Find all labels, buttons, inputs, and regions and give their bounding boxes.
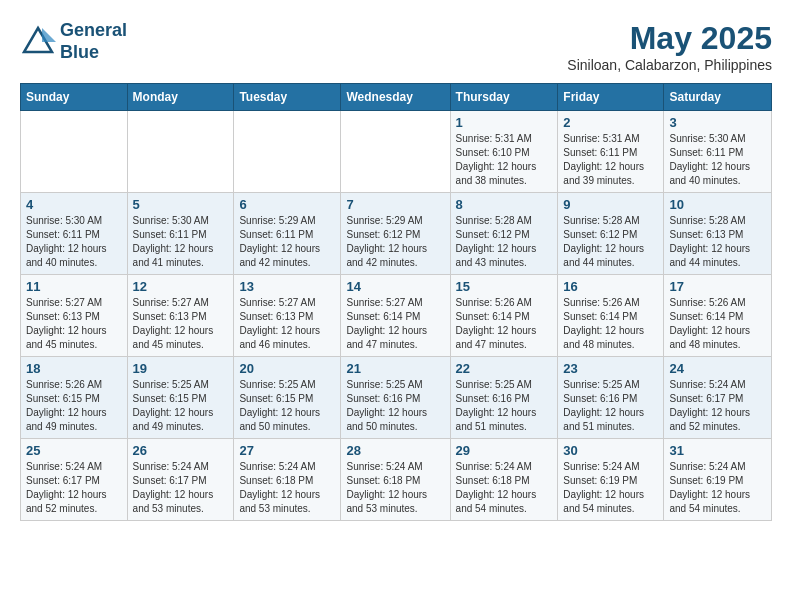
day-number: 2 xyxy=(563,115,658,130)
day-number: 20 xyxy=(239,361,335,376)
week-row-1: 4Sunrise: 5:30 AM Sunset: 6:11 PM Daylig… xyxy=(21,193,772,275)
day-number: 12 xyxy=(133,279,229,294)
day-cell: 14Sunrise: 5:27 AM Sunset: 6:14 PM Dayli… xyxy=(341,275,450,357)
header: General Blue May 2025 Siniloan, Calabarz… xyxy=(20,20,772,73)
day-cell: 17Sunrise: 5:26 AM Sunset: 6:14 PM Dayli… xyxy=(664,275,772,357)
day-cell: 25Sunrise: 5:24 AM Sunset: 6:17 PM Dayli… xyxy=(21,439,128,521)
day-cell: 12Sunrise: 5:27 AM Sunset: 6:13 PM Dayli… xyxy=(127,275,234,357)
day-info: Sunrise: 5:28 AM Sunset: 6:13 PM Dayligh… xyxy=(669,214,766,270)
day-number: 11 xyxy=(26,279,122,294)
day-cell xyxy=(127,111,234,193)
day-info: Sunrise: 5:26 AM Sunset: 6:14 PM Dayligh… xyxy=(669,296,766,352)
day-cell: 7Sunrise: 5:29 AM Sunset: 6:12 PM Daylig… xyxy=(341,193,450,275)
day-number: 16 xyxy=(563,279,658,294)
calendar-header-row: SundayMondayTuesdayWednesdayThursdayFrid… xyxy=(21,84,772,111)
day-cell: 16Sunrise: 5:26 AM Sunset: 6:14 PM Dayli… xyxy=(558,275,664,357)
header-friday: Friday xyxy=(558,84,664,111)
day-cell: 15Sunrise: 5:26 AM Sunset: 6:14 PM Dayli… xyxy=(450,275,558,357)
day-number: 21 xyxy=(346,361,444,376)
logo-icon xyxy=(20,24,56,60)
day-cell: 6Sunrise: 5:29 AM Sunset: 6:11 PM Daylig… xyxy=(234,193,341,275)
day-cell: 31Sunrise: 5:24 AM Sunset: 6:19 PM Dayli… xyxy=(664,439,772,521)
day-cell: 9Sunrise: 5:28 AM Sunset: 6:12 PM Daylig… xyxy=(558,193,664,275)
day-info: Sunrise: 5:24 AM Sunset: 6:18 PM Dayligh… xyxy=(456,460,553,516)
day-number: 7 xyxy=(346,197,444,212)
header-thursday: Thursday xyxy=(450,84,558,111)
day-info: Sunrise: 5:26 AM Sunset: 6:14 PM Dayligh… xyxy=(563,296,658,352)
day-info: Sunrise: 5:27 AM Sunset: 6:14 PM Dayligh… xyxy=(346,296,444,352)
title-area: May 2025 Siniloan, Calabarzon, Philippin… xyxy=(567,20,772,73)
day-number: 10 xyxy=(669,197,766,212)
day-number: 8 xyxy=(456,197,553,212)
day-number: 5 xyxy=(133,197,229,212)
day-cell: 3Sunrise: 5:30 AM Sunset: 6:11 PM Daylig… xyxy=(664,111,772,193)
day-number: 15 xyxy=(456,279,553,294)
header-monday: Monday xyxy=(127,84,234,111)
day-cell: 18Sunrise: 5:26 AM Sunset: 6:15 PM Dayli… xyxy=(21,357,128,439)
day-cell: 24Sunrise: 5:24 AM Sunset: 6:17 PM Dayli… xyxy=(664,357,772,439)
day-number: 9 xyxy=(563,197,658,212)
day-number: 31 xyxy=(669,443,766,458)
day-cell: 5Sunrise: 5:30 AM Sunset: 6:11 PM Daylig… xyxy=(127,193,234,275)
day-cell: 10Sunrise: 5:28 AM Sunset: 6:13 PM Dayli… xyxy=(664,193,772,275)
calendar-table: SundayMondayTuesdayWednesdayThursdayFrid… xyxy=(20,83,772,521)
day-cell: 28Sunrise: 5:24 AM Sunset: 6:18 PM Dayli… xyxy=(341,439,450,521)
day-info: Sunrise: 5:25 AM Sunset: 6:15 PM Dayligh… xyxy=(239,378,335,434)
day-info: Sunrise: 5:30 AM Sunset: 6:11 PM Dayligh… xyxy=(26,214,122,270)
day-cell: 22Sunrise: 5:25 AM Sunset: 6:16 PM Dayli… xyxy=(450,357,558,439)
week-row-0: 1Sunrise: 5:31 AM Sunset: 6:10 PM Daylig… xyxy=(21,111,772,193)
day-info: Sunrise: 5:25 AM Sunset: 6:16 PM Dayligh… xyxy=(456,378,553,434)
day-cell: 13Sunrise: 5:27 AM Sunset: 6:13 PM Dayli… xyxy=(234,275,341,357)
day-info: Sunrise: 5:24 AM Sunset: 6:18 PM Dayligh… xyxy=(346,460,444,516)
location-subtitle: Siniloan, Calabarzon, Philippines xyxy=(567,57,772,73)
day-info: Sunrise: 5:31 AM Sunset: 6:11 PM Dayligh… xyxy=(563,132,658,188)
day-cell: 23Sunrise: 5:25 AM Sunset: 6:16 PM Dayli… xyxy=(558,357,664,439)
day-info: Sunrise: 5:27 AM Sunset: 6:13 PM Dayligh… xyxy=(239,296,335,352)
day-number: 24 xyxy=(669,361,766,376)
day-cell xyxy=(234,111,341,193)
logo: General Blue xyxy=(20,20,127,63)
day-number: 29 xyxy=(456,443,553,458)
week-row-4: 25Sunrise: 5:24 AM Sunset: 6:17 PM Dayli… xyxy=(21,439,772,521)
day-number: 22 xyxy=(456,361,553,376)
day-number: 25 xyxy=(26,443,122,458)
day-cell: 30Sunrise: 5:24 AM Sunset: 6:19 PM Dayli… xyxy=(558,439,664,521)
day-info: Sunrise: 5:25 AM Sunset: 6:16 PM Dayligh… xyxy=(346,378,444,434)
day-cell: 26Sunrise: 5:24 AM Sunset: 6:17 PM Dayli… xyxy=(127,439,234,521)
day-cell: 27Sunrise: 5:24 AM Sunset: 6:18 PM Dayli… xyxy=(234,439,341,521)
day-cell: 4Sunrise: 5:30 AM Sunset: 6:11 PM Daylig… xyxy=(21,193,128,275)
day-info: Sunrise: 5:24 AM Sunset: 6:17 PM Dayligh… xyxy=(133,460,229,516)
day-info: Sunrise: 5:24 AM Sunset: 6:19 PM Dayligh… xyxy=(563,460,658,516)
day-info: Sunrise: 5:26 AM Sunset: 6:15 PM Dayligh… xyxy=(26,378,122,434)
day-number: 19 xyxy=(133,361,229,376)
day-cell: 19Sunrise: 5:25 AM Sunset: 6:15 PM Dayli… xyxy=(127,357,234,439)
day-cell: 8Sunrise: 5:28 AM Sunset: 6:12 PM Daylig… xyxy=(450,193,558,275)
day-info: Sunrise: 5:30 AM Sunset: 6:11 PM Dayligh… xyxy=(133,214,229,270)
header-tuesday: Tuesday xyxy=(234,84,341,111)
day-info: Sunrise: 5:29 AM Sunset: 6:11 PM Dayligh… xyxy=(239,214,335,270)
day-cell: 21Sunrise: 5:25 AM Sunset: 6:16 PM Dayli… xyxy=(341,357,450,439)
logo-line1: General xyxy=(60,20,127,42)
day-number: 28 xyxy=(346,443,444,458)
day-cell: 1Sunrise: 5:31 AM Sunset: 6:10 PM Daylig… xyxy=(450,111,558,193)
day-number: 4 xyxy=(26,197,122,212)
day-info: Sunrise: 5:27 AM Sunset: 6:13 PM Dayligh… xyxy=(133,296,229,352)
day-number: 1 xyxy=(456,115,553,130)
day-number: 26 xyxy=(133,443,229,458)
month-title: May 2025 xyxy=(567,20,772,57)
day-cell xyxy=(21,111,128,193)
day-info: Sunrise: 5:24 AM Sunset: 6:19 PM Dayligh… xyxy=(669,460,766,516)
day-number: 6 xyxy=(239,197,335,212)
day-info: Sunrise: 5:28 AM Sunset: 6:12 PM Dayligh… xyxy=(456,214,553,270)
day-info: Sunrise: 5:24 AM Sunset: 6:18 PM Dayligh… xyxy=(239,460,335,516)
day-cell: 20Sunrise: 5:25 AM Sunset: 6:15 PM Dayli… xyxy=(234,357,341,439)
week-row-2: 11Sunrise: 5:27 AM Sunset: 6:13 PM Dayli… xyxy=(21,275,772,357)
header-sunday: Sunday xyxy=(21,84,128,111)
week-row-3: 18Sunrise: 5:26 AM Sunset: 6:15 PM Dayli… xyxy=(21,357,772,439)
day-info: Sunrise: 5:31 AM Sunset: 6:10 PM Dayligh… xyxy=(456,132,553,188)
day-number: 3 xyxy=(669,115,766,130)
day-info: Sunrise: 5:25 AM Sunset: 6:15 PM Dayligh… xyxy=(133,378,229,434)
day-number: 30 xyxy=(563,443,658,458)
day-number: 27 xyxy=(239,443,335,458)
day-cell: 29Sunrise: 5:24 AM Sunset: 6:18 PM Dayli… xyxy=(450,439,558,521)
